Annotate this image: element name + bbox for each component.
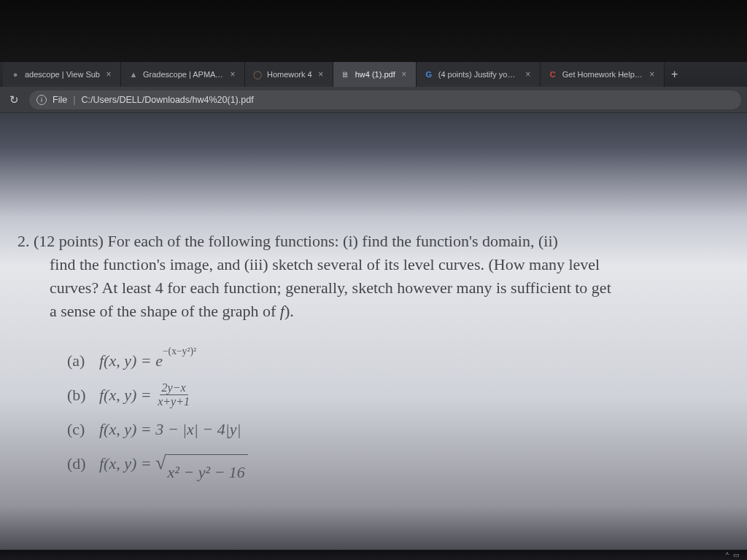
tab-google-search[interactable]: G (4 points) Justify your a… × (417, 62, 541, 87)
close-icon[interactable]: × (400, 70, 409, 79)
part-d-expression: f(x, y) = √x² − y² − 16 (99, 446, 248, 489)
part-d: (d) f(x, y) = √x² − y² − 16 (67, 446, 734, 489)
tab-homework4[interactable]: ◯ Homework 4 × (245, 62, 333, 87)
problem-points: (12 points) (34, 232, 104, 250)
part-label: (a) (67, 343, 92, 378)
problem-text-line1: For each of the following functions: (i)… (107, 232, 557, 250)
part-b-expression: f(x, y) = 2y−xx+y+1 (99, 378, 192, 412)
favicon-google-icon: G (424, 69, 434, 79)
part-a: (a) f(x, y) = e−(x−y²)² (67, 343, 734, 378)
part-c: (c) f(x, y) = 3 − |x| − 4|y| (67, 412, 734, 446)
favicon-generic-icon: ● (10, 69, 20, 79)
reload-icon[interactable]: ↻ (6, 92, 22, 108)
favicon-file-icon: 🗎 (341, 69, 351, 79)
battery-icon[interactable]: ▭ (733, 551, 740, 559)
problem-parts: (a) f(x, y) = e−(x−y²)² (b) f(x, y) = 2y… (18, 343, 734, 490)
close-icon[interactable]: × (524, 70, 533, 79)
problem-text-line4: a sense of the shape of the graph of (50, 302, 280, 320)
tab-label: hw4 (1).pdf (355, 70, 395, 79)
pdf-page-content: 2. (12 points) For each of the following… (0, 230, 747, 490)
tab-gradescope-apma[interactable]: ▲ Gradescope | APMA E3 × (121, 62, 245, 87)
tab-label: adescope | View Sub (25, 70, 100, 79)
problem-text-line4-tail: ). (285, 302, 294, 320)
browser-tab-strip: ● adescope | View Sub × ▲ Gradescope | A… (0, 62, 747, 87)
favicon-gradescope-icon: ▲ (128, 69, 139, 79)
close-icon[interactable]: × (228, 70, 237, 79)
part-a-expression: f(x, y) = e−(x−y²)² (99, 343, 196, 378)
tray-caret-icon[interactable]: ^ (726, 551, 729, 559)
new-tab-button[interactable]: + (665, 62, 685, 87)
system-tray[interactable]: ^ ▭ (726, 551, 740, 559)
close-icon[interactable]: × (648, 70, 657, 79)
close-icon[interactable]: × (317, 70, 325, 79)
part-label: (d) (67, 446, 92, 481)
problem-number: 2. (18, 232, 30, 250)
site-info-icon[interactable]: i (36, 95, 47, 105)
problem-text-line3: curves? At least 4 for each function; ge… (18, 276, 734, 300)
tab-hw4-pdf[interactable]: 🗎 hw4 (1).pdf × (333, 62, 417, 87)
favicon-circle-icon: ◯ (252, 69, 263, 79)
tab-label: Homework 4 (267, 70, 312, 79)
favicon-chegg-icon: C (548, 69, 558, 79)
tab-chegg[interactable]: C Get Homework Help W… × (541, 62, 665, 87)
url-path: C:/Users/DELL/Downloads/hw4%20(1).pdf (81, 95, 253, 105)
omnibox[interactable]: i File | C:/Users/DELL/Downloads/hw4%20(… (29, 90, 741, 109)
tab-label: Get Homework Help W… (562, 70, 643, 79)
close-icon[interactable]: × (104, 70, 113, 79)
tab-label: (4 points) Justify your a… (438, 70, 519, 79)
part-b: (b) f(x, y) = 2y−xx+y+1 (67, 378, 734, 412)
part-c-expression: f(x, y) = 3 − |x| − 4|y| (99, 412, 241, 446)
windows-taskbar[interactable]: ^ ▭ (0, 550, 747, 560)
part-label: (b) (67, 378, 92, 412)
pdf-viewport[interactable]: 2. (12 points) For each of the following… (0, 113, 747, 550)
browser-address-bar: ↻ i File | C:/Users/DELL/Downloads/hw4%2… (0, 87, 747, 113)
part-label: (c) (67, 412, 92, 446)
problem-statement: 2. (12 points) For each of the following… (18, 230, 734, 323)
url-separator: | (73, 95, 75, 105)
url-scheme: File (53, 95, 67, 105)
tab-gradescope-view[interactable]: ● adescope | View Sub × (3, 62, 121, 87)
problem-text-line2: find the function's image, and (iii) ske… (18, 253, 734, 276)
window-top-dark-area (0, 0, 747, 62)
tab-label: Gradescope | APMA E3 (143, 70, 224, 79)
